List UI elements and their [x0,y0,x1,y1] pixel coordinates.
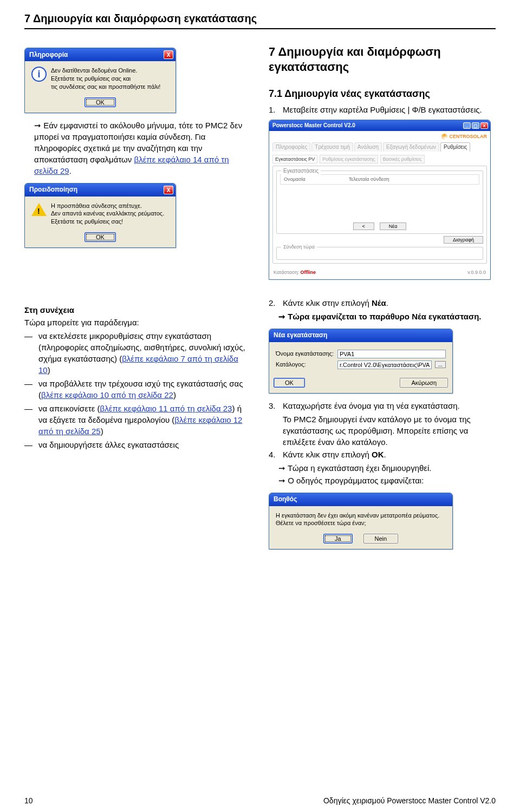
step-number: 3. [269,400,278,411]
subsection-title: Στη συνέχεια [24,304,251,316]
directory-input[interactable] [337,361,432,369]
step-number: 4. [269,449,278,460]
chapter-title: 7 Δημιουργία και διαμόρφωση εγκατάστασης [269,44,496,74]
warning-dialog-title: Προειδοποίηση [29,185,77,194]
body-text: Εάν εμφανιστεί το ακόλουθο μήνυμα, τότε … [34,120,251,176]
tab[interactable]: Τρέχουσα τιμή [311,142,353,152]
dialog-title: Νέα εγκατάσταση [274,331,327,340]
page-footer: 10 Οδηγίες χειρισμού Powerstocc Master C… [24,791,496,807]
info-dialog-text: Δεν διατίθενται δεδομένα Online. [51,67,160,75]
right-column: 7 Δημιουργία και διαμόρφωση εγκατάστασης… [269,41,496,556]
result-text: Ο οδηγός προγράμματος εμφανίζεται: [278,475,496,486]
warning-dialog-text: Εξετάστε τις ρυθμίσεις σας! [51,218,164,226]
tab-active[interactable]: Ρυθμίσεις [440,142,470,152]
app-window: Powerstocc Master Control V2.0 _ ▢ X CEN… [269,120,491,279]
name-label: Όνομα εγκατάστασης: [276,350,334,358]
cancel-button[interactable]: Ακύρωση [400,378,448,388]
page-number: 10 [24,796,33,807]
dialog-title: Βοηθός [274,495,297,504]
tab[interactable]: Ανάλυση [354,142,382,152]
ok-button[interactable]: OK [84,232,116,242]
panel-title: Εγκαταστάσεις [281,167,321,175]
minimize-icon[interactable]: _ [463,122,471,129]
status-label: Κατάσταση: [274,270,299,275]
info-icon: i [31,67,47,82]
new-installation-dialog: Νέα εγκατάσταση Όνομα εγκατάστασης: Κατά… [269,329,453,394]
tab[interactable]: Εξαγωγή δεδομένων [383,142,439,152]
logo-icon [441,134,447,140]
wizard-text: Η εγκατάσταση δεν έχει ακόμη κανέναν μετ… [276,512,446,520]
step-number: 2. [269,297,278,309]
ok-button[interactable]: OK [84,97,116,107]
delete-button[interactable]: Διαγραφή [444,236,483,244]
status-value: Offline [301,270,316,275]
no-button[interactable]: Nein [363,534,399,543]
logo-text: CENTROSOLAR [450,133,487,140]
info-dialog: Πληροφορία X i Δεν διατίθενται δεδομένα … [24,48,176,113]
step-text: Μεταβείτε στην καρτέλα Ρυθμίσεις | Φ/Β ε… [283,104,482,115]
tabstrip: Πληροφορίες Τρέχουσα τιμή Ανάλυση Εξαγωγ… [272,142,487,152]
tab[interactable]: Πληροφορίες [272,142,310,152]
column-header: Τελευταία σύνδεση [349,176,389,183]
nav-back-button[interactable]: < [353,222,374,230]
result-text: Τώρα η εγκατάσταση έχει δημιουργηθεί. [278,462,496,474]
ok-button[interactable]: OK [274,378,305,388]
info-dialog-title: Πληροφορία [29,50,68,60]
body-text: Το PMC2 δημιουργεί έναν κατάλογο με το ό… [283,414,496,448]
page-header: 7 Δημιουργία και διαμόρφωση εγκατάστασης [24,11,496,29]
window-title: Powerstocc Master Control V2.0 [272,122,355,129]
close-icon[interactable]: X [164,186,173,194]
wizard-dialog: Βοηθός Η εγκατάσταση δεν έχει ακόμη κανέ… [269,493,453,550]
subtabstrip: Εγκαταστάσεις PV Ρυθμίσεις εγκατάστασης … [272,155,487,164]
xref-link[interactable]: βλέπε κεφάλαιο 11 από τη σελίδα 23 [100,404,232,413]
wizard-text: Θέλετε να προσθέσετε τώρα έναν; [276,519,446,527]
close-icon[interactable]: X [480,122,488,129]
yes-button[interactable]: Ja [323,534,353,543]
version-text: v.0.9.0.0 [467,269,486,276]
installation-name-input[interactable] [337,350,446,358]
section-title: 7.1 Δημιουργία νέας εγκατάστασης [269,87,496,101]
left-column: Πληροφορία X i Δεν διατίθενται δεδομένα … [24,41,251,556]
panel-title: Σύνδεση τώρα [281,244,317,251]
warning-dialog-text: Δεν απαντά κανένας εναλλάκτης ρεύματος. [51,209,164,218]
result-text: Τώρα εμφανίζεται το παράθυρο Νέα εγκατάσ… [278,311,496,322]
subtab-active[interactable]: Εγκαταστάσεις PV [272,155,317,164]
step-text: Καταχωρήστε ένα όνομα για τη νέα εγκατάσ… [283,400,460,411]
warning-icon [31,203,47,216]
step-number: 1. [269,104,278,115]
subtab[interactable]: Ρυθμίσεις εγκατάστασης [320,155,378,164]
footer-doc-title: Οδηγίες χειρισμού Powerstocc Master Cont… [323,796,496,807]
body-text: Τώρα μπορείτε για παράδειγμα: [24,317,251,328]
maximize-icon[interactable]: ▢ [472,122,479,129]
list-item: — να εκτελέσετε μικρορυθμίσεις στην εγκα… [24,330,251,376]
info-dialog-text: τις συνδέσεις σας και προσπαθήστε πάλι! [51,83,160,91]
column-header: Ονομασία [284,176,306,183]
info-dialog-text: Εξετάστε τις ρυθμίσεις σας και [51,75,160,83]
installations-panel: Εγκαταστάσεις Ονομασία Τελευταία σύνδεση… [276,171,483,234]
list-item: — να απεικονίσετε (βλέπε κεφάλαιο 11 από… [24,403,251,437]
xref-link[interactable]: βλέπε κεφάλαιο 10 από τη σελίδα 22 [41,390,173,400]
directory-label: Κατάλογος: [276,361,334,369]
close-icon[interactable]: X [164,50,173,59]
step-text: Κάντε κλικ στην επιλογή Νέα. [283,297,388,309]
step-text: Κάντε κλικ στην επιλογή OK. [283,449,386,460]
warning-dialog: Προειδοποίηση X Η προσπάθεια σύνδεσης απ… [24,183,176,248]
list-item: — να δημιουργήσετε άλλες εγκαταστάσεις [24,439,251,450]
subtab[interactable]: Βασικές ρυθμίσεις [380,155,425,164]
browse-button[interactable]: ... [435,361,446,368]
warning-dialog-text: Η προσπάθεια σύνδεσης απέτυχε. [51,202,164,210]
list-item: — να προβάλλετε την τρέχουσα ισχύ της εγ… [24,378,251,401]
new-button[interactable]: Νέα [380,222,407,230]
